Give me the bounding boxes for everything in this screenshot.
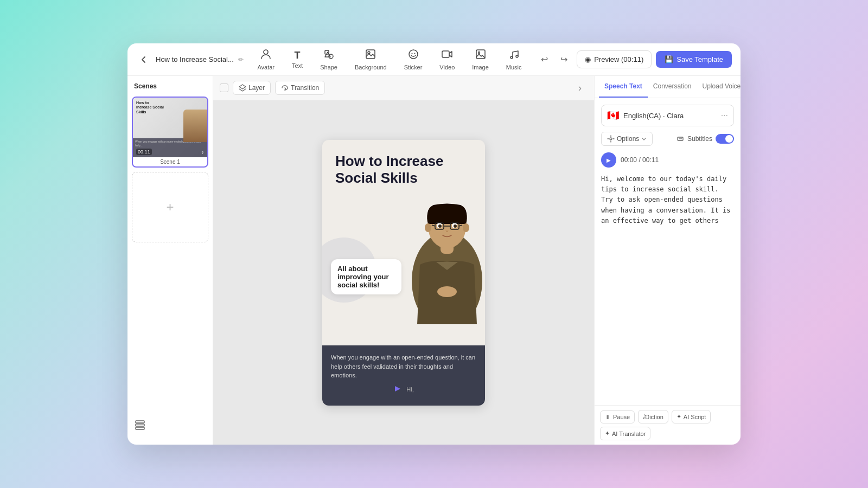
toolbar-image[interactable]: Image [463,44,497,75]
scene-1-thumb[interactable]: How toIncrease SocialSkills When you eng… [132,97,208,168]
toolbar-shape-label: Shape [320,64,337,70]
svg-rect-8 [442,51,449,57]
svg-point-32 [610,138,612,140]
toolbar-music[interactable]: Music [497,44,531,75]
play-button[interactable]: ▶ [601,152,616,168]
svg-rect-13 [136,421,144,423]
flag-icon: 🇨🇦 [607,110,619,121]
tab-conversation[interactable]: Conversation [648,76,697,98]
subtitles-toggle[interactable] [716,134,734,144]
voice-selector[interactable]: 🇨🇦 English(CA) · Clara ··· [601,105,734,126]
scene-1-title: How toIncrease SocialSkills [136,101,177,114]
svg-point-5 [409,50,418,59]
background-icon [365,48,376,63]
scene-1-name: Scene 1 [133,157,207,166]
preview-button[interactable]: ◉ Preview (00:11) [577,50,652,68]
top-bar-right: ↩ ↪ ◉ Preview (00:11) 💾 Save Template [535,50,732,68]
top-bar: How to Increase Social... ✏ Avatar T Tex… [127,43,741,76]
bottom-actions: ⏸ Pause 𝅘𝅥𝅮 Diction ✦ AI Script ✦ AI Tra… [595,405,741,445]
layer-button[interactable]: Layer [233,81,271,95]
svg-rect-3 [366,50,375,59]
video-hi-text: Hi, [406,386,413,393]
redo-button[interactable]: ↪ [555,51,572,68]
music-icon [508,48,520,63]
undo-button[interactable]: ↩ [535,51,553,68]
ai-translator-button[interactable]: ✦ AI Translator [600,427,650,440]
save-icon: 💾 [665,55,673,63]
avatar-icon [260,48,272,63]
svg-point-12 [516,55,518,57]
save-template-button[interactable]: 💾 Save Template [656,51,732,68]
bottom-toolbar [132,415,208,438]
options-button[interactable]: Options [601,132,653,146]
top-bar-left: How to Increase Social... ✏ [136,52,244,67]
svg-point-19 [425,223,431,232]
speech-text-input[interactable] [601,174,734,226]
right-panel-tabs: Speech Text Conversation Upload Voice No… [595,76,741,98]
svg-marker-31 [395,386,400,391]
canvas-area: Layer Transition › How to Increase Socia… [213,76,594,445]
svg-point-30 [437,286,457,297]
time-display: 00:00 / 00:11 [621,156,659,164]
svg-point-20 [463,223,469,232]
toolbar-avatar[interactable]: Avatar [248,44,283,75]
video-bottom-footer: Hi, [331,384,476,395]
shape-icon [323,48,335,63]
canvas-body: How to Increase Social Skills [213,100,594,445]
layer-label: Layer [248,84,265,92]
tab-speech-text[interactable]: Speech Text [599,76,648,98]
scene-1-preview: How toIncrease SocialSkills When you eng… [133,98,207,157]
main-content: Scenes How toIncrease SocialSkills When … [127,76,741,445]
pause-button[interactable]: ⏸ Pause [600,410,635,423]
toolbar-shape[interactable]: Shape [311,44,346,75]
voice-name: English(CA) · Clara [623,112,684,120]
add-scene-icon: + [166,200,174,215]
svg-rect-14 [136,424,144,426]
right-panel: Speech Text Conversation Upload Voice No… [594,76,741,445]
toolbar-image-label: Image [472,64,489,70]
layers-icon[interactable] [134,419,206,434]
ai-script-button[interactable]: ✦ AI Script [672,410,711,423]
svg-point-6 [411,53,412,54]
svg-point-24 [454,224,457,228]
toolbar-sticker-label: Sticker [404,64,423,70]
subtitles-label: Subtitles [687,135,712,143]
voice-options-button[interactable]: ··· [721,111,728,120]
svg-point-23 [438,224,442,228]
transition-button[interactable]: Transition [275,81,325,95]
toolbar-background-label: Background [355,64,387,70]
video-icon [441,48,453,63]
back-button[interactable] [136,52,151,67]
svg-point-7 [414,53,415,54]
speech-bubble: All about improving your social skills! [331,259,401,294]
edit-icon[interactable]: ✏ [238,56,244,63]
toolbar-background[interactable]: Background [346,44,395,75]
text-icon: T [295,50,301,61]
toolbar-video[interactable]: Video [431,44,463,75]
preview-label: Preview (00:11) [594,55,643,63]
toolbar-video-label: Video [439,64,455,70]
sticker-icon [407,48,419,63]
options-row: Options Subtitles [601,132,734,146]
toolbar-text-label: Text [292,62,303,69]
select-all-checkbox[interactable] [220,84,228,92]
voice-info: 🇨🇦 English(CA) · Clara [607,110,684,121]
canvas-toolbar-left: Layer Transition [220,81,325,95]
tab-upload-voice[interactable]: Upload Voice [697,76,741,98]
scenes-label: Scenes [132,82,208,92]
toolbar-music-label: Music [506,64,522,70]
video-bottom-text: When you engage with an open-ended quest… [331,353,476,380]
add-scene-button[interactable]: + [132,172,208,242]
expand-button[interactable]: › [572,80,588,95]
toolbar-sticker[interactable]: Sticker [395,44,431,75]
transition-label: Transition [291,84,319,92]
svg-point-0 [264,50,268,54]
options-label: Options [617,135,639,143]
diction-button[interactable]: 𝅘𝅥𝅮 Diction [638,410,668,423]
scenes-sidebar: Scenes How toIncrease SocialSkills When … [127,76,213,445]
preview-icon: ◉ [585,55,591,63]
video-card[interactable]: How to Increase Social Skills [322,140,485,406]
pause-icon: ⏸ [605,414,611,420]
image-icon [475,48,487,63]
toolbar-text[interactable]: T Text [283,46,311,73]
